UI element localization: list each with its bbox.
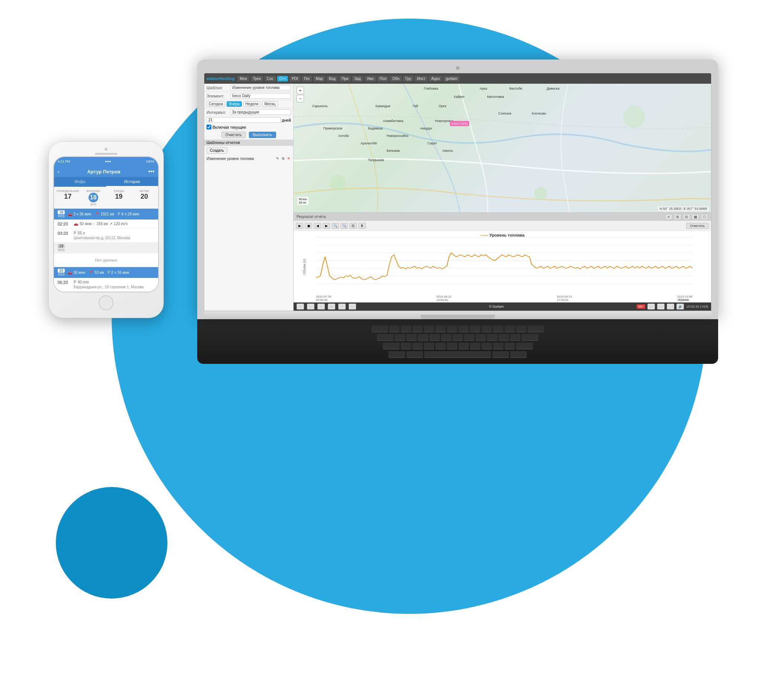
nav-btn-pol[interactable]: Пол [377,76,389,81]
result-icon-3[interactable]: ⊟ [683,214,690,220]
status-icon-1[interactable]: ⊞ [297,303,304,309]
result-icon-1[interactable]: ≡ [665,214,672,220]
section-badge-20: 20 ФЕВ [58,269,65,277]
result-icon-2[interactable]: ⊞ [674,214,681,220]
day-monday[interactable]: ПОНЕДЕЛЬНИК 17 [56,189,80,206]
day-thursday[interactable]: ЧЕТВЕ 20 [132,189,157,206]
template-delete-icon[interactable]: ✕ [286,156,291,161]
map-roads-svg [294,84,711,213]
include-current-label: Включая текущие [213,125,246,129]
car-icon-1: 🚗 [68,212,72,216]
nav-btn-trek[interactable]: Трек [251,76,263,81]
status-icon-6[interactable]: ⊕ [348,303,356,309]
chart-next-btn[interactable]: ▶ [323,223,330,229]
city-stepnoe: Степное [498,112,511,115]
key-y [447,325,457,332]
day-tuesday-num: 18 [89,193,98,202]
nav-btn-gurtam[interactable]: gurtam [443,76,459,81]
execute-button[interactable]: Выполнить [249,132,276,138]
key-quote [510,334,521,341]
chart-zoom-out-btn[interactable]: 🔍 [341,223,348,229]
chart-clear-btn[interactable]: Очистить [686,223,709,229]
phone-tab-history[interactable]: История [106,177,158,187]
status-icon-4[interactable]: ▦ [328,303,335,309]
day-wednesday[interactable]: СРЕДА 19 [106,189,131,206]
date-btn-today[interactable]: Сегодня [207,101,225,107]
nav-btn-mon[interactable]: Мон [237,76,249,81]
key-r [424,325,434,332]
status-sound-btn[interactable]: 🔊 [677,303,684,309]
days-input[interactable] [207,117,280,123]
trip-time-0320: 03:20 [58,231,71,236]
key-h [453,334,463,341]
chart-stop-btn[interactable]: ◼ [305,223,312,229]
nav-btn-roi[interactable]: РОI [289,76,300,81]
chart-export-btn[interactable]: ⬇ [358,223,366,229]
nav-btn-umo[interactable]: Умо [365,76,376,81]
map-zoom-in[interactable]: + [297,87,304,94]
trip-details-0220: 🚗 50 мкм ↑ 156 км ↗ 120 кч/ч [74,222,154,226]
map-zoom-out[interactable]: − [297,95,304,102]
phone-tabs: Инфо История [54,177,158,187]
phone-back-button[interactable]: ‹ [58,168,59,174]
city-arka: Арка [480,87,487,90]
element-select[interactable]: Iveco Daily [230,93,291,99]
nav-btn-pri[interactable]: При [339,76,350,81]
nav-btn-otch[interactable]: Отч [277,76,288,81]
phone-tab-info[interactable]: Инфо [54,177,106,187]
chart-fit-btn[interactable]: ⊡ [349,223,357,229]
nav-btn-mar[interactable]: Мар [313,76,325,81]
template-copy-icon[interactable]: ⧉ [281,156,285,161]
trip-icons-0620: P 40 min [74,280,154,284]
nav-btn-zad[interactable]: Зад [352,76,363,81]
day-tuesday[interactable]: ВТОРНИК 18 фев [81,189,106,206]
template-select[interactable]: Изменение уровня топлива [230,85,291,90]
chart-area: ▶ ◼ ◀ ▶ 🔍 🔍 ⊡ ⬇ Очистить [294,221,711,303]
interval-select[interactable]: За предыдущие [230,109,291,115]
date-btn-month[interactable]: Месяц [262,101,278,107]
nav-btn-gru[interactable]: Гру [403,76,413,81]
chart-play-btn[interactable]: ▶ [296,223,303,229]
template-edit-icon[interactable]: ✎ [275,156,280,161]
clear-button[interactable]: Очистить [221,132,246,138]
phone-home-button[interactable] [99,295,114,310]
status-sp-2[interactable]: SP [657,303,664,309]
days-row: дней [204,116,293,124]
city-araltobe: Аральтобе [361,141,377,145]
key-k [476,334,486,341]
create-template-button[interactable]: Создать [207,147,227,154]
status-icon-2[interactable]: ⊟ [307,303,314,309]
status-screen-btn[interactable]: ⬜ [667,303,674,309]
city-khairet: Хайрет [454,95,465,99]
trip-arrow-up: ↑ [93,222,95,226]
nav-btn-inst[interactable]: Инст [415,76,428,81]
result-icon-5[interactable]: ⬡ [701,214,708,220]
include-current-checkbox[interactable] [207,124,212,129]
status-icon-5[interactable]: ⬡ [338,303,346,309]
key-rbr [516,325,526,332]
nav-btn-ges[interactable]: Гес [302,76,312,81]
phone-time: 4:21 PM [58,160,70,163]
status-icon-3[interactable]: ⊡ [317,303,325,309]
nav-btn-sos[interactable]: Сос [264,76,276,81]
interval-row: Интервал: За предыдущие [204,108,293,116]
date-btn-week[interactable]: Неделя [243,101,261,107]
key-lbr [504,325,515,332]
laptop-screen-outer: wialonHosting Мон Трек Сос Отч РОI Гес М… [197,59,718,319]
chart-zoom-in-btn[interactable]: 🔍 [331,223,339,229]
trip-time-0620: 06:20 [58,280,71,284]
nav-btn-obo[interactable]: Обо [390,76,401,81]
status-sp-1[interactable]: SP [647,303,655,309]
status-copyright: © Gurtam [359,305,634,308]
result-icon-4[interactable]: ▦ [692,214,699,220]
day-tuesday-label: ВТОРНИК [86,190,100,193]
date-btn-yesterday[interactable]: Вчера [227,101,241,107]
section-month-18: ФЕВ [58,214,65,218]
chart-prev-btn[interactable]: ◀ [314,223,321,229]
wialon-main-area: Шаблон: Изменение уровня топлива Элемент… [204,84,711,311]
x-axis-labels: 2015-07-2909:00:00 2015-08-2113:00:00 20… [316,295,692,302]
nav-btn-apps[interactable]: Apps [429,76,442,81]
nav-btn-vod[interactable]: Вод [327,76,338,81]
park-icon-trip: P [74,231,76,235]
phone-menu-button[interactable]: ••• [148,168,154,175]
